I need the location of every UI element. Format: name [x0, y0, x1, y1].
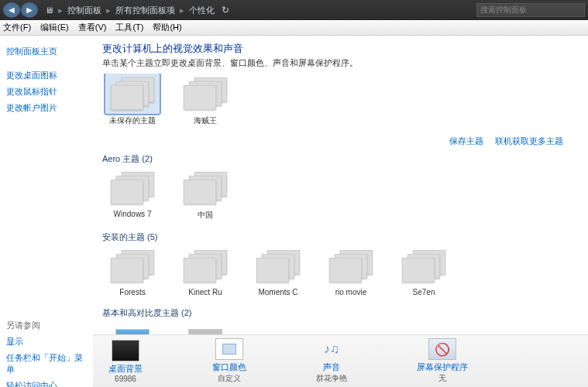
window-color-button[interactable]: 窗口颜色 自定义: [212, 338, 246, 384]
theme-moments[interactable]: Moments C: [248, 246, 308, 296]
theme-se7en-label: Se7en: [413, 288, 435, 296]
theme-kinect[interactable]: Kinect Ru: [175, 246, 236, 296]
nav-back-button[interactable]: ◄: [3, 2, 20, 18]
theme-windows7-label: Windows 7: [114, 210, 152, 218]
wallpaper-icon: [112, 340, 139, 361]
theme-se7en[interactable]: Se7en: [394, 246, 454, 296]
sound-value: 群花争艳: [316, 373, 347, 384]
nav-forward-button[interactable]: ►: [21, 2, 38, 18]
search-input[interactable]: 搜索控制面板: [476, 3, 585, 17]
sidebar-ease[interactable]: 轻松访问中心: [6, 378, 87, 387]
bg-value: 69986: [115, 375, 136, 383]
saver-value: 无: [438, 373, 446, 384]
more-themes-link[interactable]: 联机获取更多主题: [495, 136, 563, 146]
sound-icon: ♪♫: [318, 338, 346, 360]
search-placeholder: 搜索控制面板: [480, 5, 527, 15]
desktop-background-button[interactable]: 桌面背景 69986: [108, 340, 143, 383]
bg-label: 桌面背景: [108, 363, 143, 375]
menubar: 文件(F) 编辑(E) 查看(V) 工具(T) 帮助(H): [0, 20, 588, 36]
sidebar-taskbar[interactable]: 任务栏和「开始」菜单: [6, 350, 87, 378]
theme-win7basic[interactable]: Windows 7 Basic: [102, 322, 163, 334]
theme-classic[interactable]: Windows 经典: [175, 322, 236, 334]
theme-forests-label: Forests: [119, 288, 145, 296]
theme-forests[interactable]: Forests: [102, 246, 163, 296]
main-panel: 更改计算机上的视觉效果和声音 单击某个主题立即更改桌面背景、窗口颜色、声音和屏幕…: [93, 36, 588, 387]
crumb-0[interactable]: 控制面板: [65, 5, 104, 16]
menu-help[interactable]: 帮助(H): [153, 22, 181, 33]
theme-unsaved[interactable]: 未保存的主题: [102, 74, 163, 126]
menu-tools[interactable]: 工具(T): [115, 22, 143, 33]
theme-windows7[interactable]: Windows 7: [102, 168, 163, 221]
theme-rio[interactable]: rio movie: [321, 246, 381, 296]
titlebar: ◄ ► 🖥 ▸ 控制面板 ▸ 所有控制面板项 ▸ 个性化 ↻ 搜索控制面板: [0, 0, 588, 20]
color-value: 自定义: [218, 373, 241, 384]
menu-file[interactable]: 文件(F): [3, 22, 31, 33]
crumb-1[interactable]: 所有控制面板项: [113, 5, 177, 16]
sidebar-desktop-icons[interactable]: 更改桌面图标: [6, 67, 87, 84]
theme-china[interactable]: 中国: [175, 168, 236, 221]
color-label: 窗口颜色: [212, 361, 246, 373]
menu-edit[interactable]: 编辑(E): [40, 22, 69, 33]
sound-label: 声音: [323, 361, 340, 373]
theme-rio-label: rio movie: [335, 288, 367, 296]
theme-kinect-label: Kinect Ru: [188, 288, 222, 296]
sidebar-display[interactable]: 显示: [6, 334, 87, 350]
sidebar-see-also: 另请参阅: [6, 317, 87, 334]
screensaver-button[interactable]: 🚫 屏幕保护程序 无: [417, 338, 468, 384]
sidebar-home[interactable]: 控制面板主页: [6, 43, 87, 60]
theme-china-label: 中国: [198, 210, 213, 221]
group-installed: 安装的主题 (5): [102, 227, 579, 246]
group-aero: Aero 主题 (2): [102, 149, 579, 168]
page-title: 更改计算机上的视觉效果和声音: [93, 36, 588, 57]
settings-bar: 桌面背景 69986 窗口颜色 自定义 ♪♫ 声音 群花争艳 🚫 屏幕保护程序 …: [93, 334, 588, 387]
theme-onepiece-label: 海贼王: [194, 115, 217, 126]
sidebar-mouse-pointer[interactable]: 更改鼠标指针: [6, 84, 87, 100]
refresh-icon[interactable]: ↻: [222, 5, 229, 15]
folder-icon: 🖥: [43, 5, 56, 15]
color-icon: [215, 338, 243, 360]
breadcrumb[interactable]: 🖥 ▸ 控制面板 ▸ 所有控制面板项 ▸ 个性化: [43, 5, 217, 16]
group-basic: 基本和高对比度主题 (2): [102, 303, 579, 322]
theme-unsaved-label: 未保存的主题: [109, 115, 156, 126]
sound-button[interactable]: ♪♫ 声音 群花争艳: [316, 338, 347, 384]
crumb-2[interactable]: 个性化: [187, 5, 217, 16]
action-links: 保存主题 联机获取更多主题: [102, 132, 579, 149]
sidebar: 控制面板主页 更改桌面图标 更改鼠标指针 更改帐户图片 另请参阅 显示 任务栏和…: [0, 36, 93, 387]
save-theme-link[interactable]: 保存主题: [449, 136, 483, 146]
page-subtitle: 单击某个主题立即更改桌面背景、窗口颜色、声音和屏幕保护程序。: [93, 57, 588, 74]
screensaver-icon: 🚫: [428, 338, 456, 360]
theme-onepiece[interactable]: 海贼王: [175, 74, 236, 126]
menu-view[interactable]: 查看(V): [78, 22, 107, 33]
theme-moments-label: Moments C: [258, 288, 297, 296]
saver-label: 屏幕保护程序: [417, 361, 468, 373]
sidebar-account-pic[interactable]: 更改帐户图片: [6, 100, 87, 116]
